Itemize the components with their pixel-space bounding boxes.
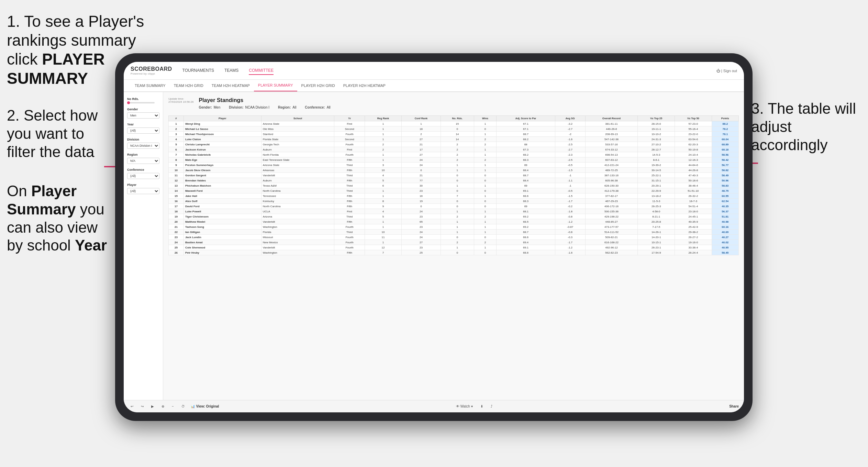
table-title: Player Standings <box>199 97 739 103</box>
nav-tournaments[interactable]: TOURNAMENTS <box>182 67 214 75</box>
table-row: 11 Gordon Sargent Vanderbilt Third 4 21 … <box>169 173 739 178</box>
col-wins: Wins <box>474 116 497 121</box>
app-header: SCOREBOARD Powered by clippi TOURNAMENTS… <box>124 62 744 80</box>
sidebar-no-rds: No Rds. <box>127 97 159 103</box>
col-conf-rank: Conf Rank <box>401 116 441 121</box>
nav-committee[interactable]: COMMITTEE <box>249 67 274 75</box>
sidebar-conference-section: Conference (All) <box>127 168 159 179</box>
filter-row: Gender: Men Division: NCAA Division I Re… <box>199 105 739 109</box>
table-row: 9 Preston Summerhays Arizona State Third… <box>169 163 739 168</box>
subnav-player-h2h-heatmap[interactable]: PLAYER H2H HEATMAP <box>339 80 390 91</box>
add-btn[interactable]: ⊕ <box>160 404 166 409</box>
instruction-2: 2. Select how you want to filter the dat… <box>7 107 103 161</box>
sidebar-year-section: Year (All) <box>127 123 159 134</box>
redo-btn[interactable]: ↪ <box>139 404 145 409</box>
table-row: 7 Nicholas Gabrielcik North Florida Four… <box>169 152 739 157</box>
view-original[interactable]: 📊 View: Original <box>191 404 219 408</box>
table-row: 20 Matthew Riedel Vanderbilt Fifth 1 65 … <box>169 219 739 224</box>
clock-btn[interactable]: ⏱ <box>180 404 187 409</box>
gender-filter: Gender: Men <box>199 105 220 109</box>
subnav-player-h2h-grid[interactable]: PLAYER H2H GRID <box>297 80 339 91</box>
col-player: Player <box>183 116 261 121</box>
subnav-team-h2h-grid[interactable]: TEAM H2H GRID <box>170 80 208 91</box>
col-num: # <box>169 116 184 121</box>
table-row: 10 Jacob Skov Olesen Arkansas Fifth 10 0… <box>169 168 739 173</box>
table-header-row: # Player School Yr Reg Rank Conf Rank No… <box>169 116 739 121</box>
col-vt50: Vs Top 50 <box>675 116 712 121</box>
sidebar-player-section: Player (All) <box>127 183 159 194</box>
forward-btn[interactable]: ▶ <box>149 404 156 409</box>
col-overall: Overall Record <box>585 116 638 121</box>
table-row: 26 Petr Hruby Washington Fifth 7 25 0 0 … <box>169 250 739 255</box>
app-logo: SCOREBOARD Powered by clippi <box>131 66 172 75</box>
sidebar-division-section: Division NCAA Division I <box>127 138 159 149</box>
col-avg-sg: Avg SG <box>555 116 585 121</box>
col-reg-rank: Reg Rank <box>365 116 402 121</box>
year-select[interactable]: (All) <box>127 127 159 134</box>
col-school: School <box>261 116 334 121</box>
player-select[interactable]: (All) <box>127 188 159 194</box>
bottom-toolbar: ↩ ↪ ▶ ⊕ − ⏱ 📊 View: Original 👁 Watch ▾ ⬇… <box>124 400 744 412</box>
table-row: 23 Jack Lundin Missouri Fourth 11 24 0 0… <box>169 235 739 240</box>
undo-btn[interactable]: ↩ <box>129 404 135 409</box>
table-row: 1 Wenyi Ding Arizona State First 1 1 15 … <box>169 121 739 126</box>
table-area: Update time: 27/03/2024 16:56:26 Player … <box>163 92 744 400</box>
main-nav: TOURNAMENTS TEAMS COMMITTEE <box>182 67 716 75</box>
division-select[interactable]: NCAA Division I <box>127 143 159 149</box>
table-row: 3 Michael Thorbjornsen Stanford Fourth 1… <box>169 132 739 137</box>
nav-teams[interactable]: TEAMS <box>224 67 238 75</box>
standings-table: # Player School Yr Reg Rank Conf Rank No… <box>168 115 739 255</box>
table-row: 25 Cole Sherwood Vanderbilt Fourth 12 23… <box>169 245 739 250</box>
tablet-screen: SCOREBOARD Powered by clippi TOURNAMENTS… <box>124 62 744 412</box>
minus-btn[interactable]: − <box>170 404 176 409</box>
main-content: No Rds. Gender Men Year <box>124 92 744 400</box>
table-row: 13 Phichakun Maichon Texas A&M Third 6 3… <box>169 183 739 188</box>
share-icon[interactable]: ⤴ <box>489 404 494 409</box>
table-row: 19 Tiger Christensen Arizona Third 5 23 … <box>169 214 739 219</box>
subnav-team-summary[interactable]: TEAM SUMMARY <box>131 80 170 91</box>
col-no-rds: No. Rds. <box>441 116 474 121</box>
instruction-bottom: On Player Summary you can also view by s… <box>7 182 113 255</box>
download-btn[interactable]: ⬇ <box>479 404 485 409</box>
table-row: 12 Brendan Valdes Auburn Fifth 5 77 0 0 … <box>169 178 739 183</box>
conference-select[interactable]: (All) <box>127 173 159 179</box>
table-row: 2 Michael Le Sasso Ole Miss Second 1 18 … <box>169 126 739 132</box>
region-filter: Region: All <box>278 105 296 109</box>
table-row: 8 Mats Ege East Tennessee State Fifth 1 … <box>169 157 739 163</box>
table-row: 16 Alex Goff Kentucky Fifth 8 19 0 0 68.… <box>169 199 739 204</box>
instruction-3: 3. The table will adjust accordingly <box>751 100 858 154</box>
sub-nav: TEAM SUMMARY TEAM H2H GRID TEAM H2H HEAT… <box>124 80 744 92</box>
table-row: 15 Jake Hall Tennessee Fifth 1 16 7 1 68… <box>169 193 739 199</box>
table-row: 18 Luke Powell UCLA First 4 24 1 1 68.1 … <box>169 209 739 214</box>
table-row: 21 Taehoon Song Washington Fourth 1 23 1… <box>169 224 739 230</box>
conference-filter: Conference: All <box>305 105 330 109</box>
gender-select[interactable]: Men <box>127 112 159 119</box>
table-row: 5 Christo Lamprecht Georgia Tech Fourth … <box>169 142 739 147</box>
table-row: 22 Ian Gilligan Florida Third 10 24 1 1 … <box>169 230 739 235</box>
subnav-player-summary[interactable]: PLAYER SUMMARY <box>254 80 297 91</box>
subnav-team-h2h-heatmap[interactable]: TEAM H2H HEATMAP <box>208 80 254 91</box>
table-row: 14 Maxwell Ford North Carolina Third 1 2… <box>169 188 739 193</box>
col-adj-score: Adj. Score to Par <box>497 116 555 121</box>
update-time: Update time: 27/03/2024 16:56:26 <box>168 97 193 103</box>
share-btn[interactable]: Share <box>729 404 739 408</box>
col-vt25: Vs Top 25 <box>638 116 675 121</box>
tablet: SCOREBOARD Powered by clippi TOURNAMENTS… <box>115 53 753 421</box>
table-body: 1 Wenyi Ding Arizona State First 1 1 15 … <box>169 121 739 255</box>
col-points: Points <box>712 116 738 121</box>
col-yr: Yr <box>334 116 365 121</box>
sidebar-gender-section: Gender Men <box>127 108 159 119</box>
watch-btn[interactable]: 👁 Watch ▾ <box>454 404 475 409</box>
sidebar-region-section: Region N/A <box>127 153 159 164</box>
region-select[interactable]: N/A <box>127 158 159 164</box>
division-filter: Division: NCAA Division I <box>229 105 269 109</box>
sidebar: No Rds. Gender Men Year <box>124 92 163 400</box>
rds-slider[interactable] <box>127 102 159 103</box>
table-row: 4 Luke Claton Florida State Second 1 27 … <box>169 137 739 142</box>
header-right: ⏻ | Sign out <box>716 69 737 73</box>
table-row: 6 Jackson Koirun Auburn First 2 17 2 1 6… <box>169 147 739 152</box>
table-row: 17 David Ford North Carolina Fifth 9 0 0… <box>169 204 739 209</box>
table-row: 24 Bastien Amat New Mexico Fourth 1 27 2… <box>169 240 739 245</box>
table-header: Update time: 27/03/2024 16:56:26 Player … <box>168 97 739 112</box>
